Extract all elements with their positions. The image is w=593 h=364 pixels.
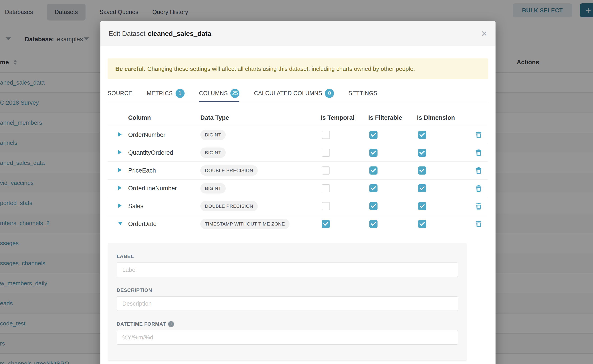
- expand-caret-icon[interactable]: [118, 150, 122, 155]
- tab-label: METRICS: [147, 90, 173, 97]
- warning-banner: Be careful. Changing these settings will…: [108, 58, 488, 79]
- is-temporal-checkbox[interactable]: [322, 131, 330, 139]
- expand-caret-icon[interactable]: [118, 132, 122, 137]
- tab-label: CALCULATED COLUMNS: [254, 90, 322, 97]
- column-header-is-filterable: Is Filterable: [368, 114, 417, 121]
- column-detail-panel: LABELDESCRIPTIONDATETIME FORMATi: [108, 243, 467, 360]
- warning-lead: Be careful.: [115, 65, 145, 72]
- field-label-datetime-format: DATETIME FORMATi: [117, 321, 458, 327]
- tab-count-badge: 1: [176, 89, 184, 98]
- data-type-pill: BIGINT: [200, 130, 226, 140]
- edit-dataset-modal: Edit Datasetcleaned_sales_data ✕ Be care…: [100, 21, 495, 364]
- tab-metrics[interactable]: METRICS1: [147, 84, 184, 102]
- column-header-column: Column: [128, 114, 200, 121]
- column-name: QuantityOrdered: [128, 149, 200, 156]
- is-filterable-checkbox[interactable]: [369, 202, 377, 210]
- expand-caret-icon[interactable]: [118, 168, 122, 172]
- columns-table: ColumnData TypeIs TemporalIs FilterableI…: [108, 110, 488, 233]
- column-name: OrderDate: [128, 221, 200, 228]
- column-row: QuantityOrderedBIGINT: [108, 144, 488, 162]
- field-heading: LABEL: [117, 254, 134, 259]
- delete-icon[interactable]: [475, 220, 482, 228]
- is-dimension-checkbox[interactable]: [418, 220, 426, 228]
- delete-icon[interactable]: [475, 131, 482, 139]
- collapse-caret-icon[interactable]: [118, 222, 123, 225]
- is-dimension-checkbox[interactable]: [418, 131, 426, 139]
- is-filterable-checkbox[interactable]: [369, 220, 377, 228]
- column-header-is-dimension: Is Dimension: [417, 114, 466, 121]
- is-temporal-checkbox[interactable]: [322, 202, 330, 210]
- column-row: OrderLineNumberBIGINT: [108, 180, 488, 197]
- column-name: Sales: [128, 203, 200, 210]
- tab-count-badge: 0: [325, 89, 334, 98]
- tab-settings[interactable]: SETTINGS: [348, 84, 377, 102]
- is-filterable-checkbox[interactable]: [369, 184, 377, 192]
- warning-text: Changing these settings will affect all …: [147, 65, 415, 72]
- is-temporal-checkbox[interactable]: [322, 184, 330, 192]
- is-dimension-checkbox[interactable]: [418, 202, 426, 210]
- is-temporal-checkbox[interactable]: [322, 220, 330, 228]
- data-type-pill: BIGINT: [200, 148, 226, 158]
- modal-title: Edit Datasetcleaned_sales_data: [109, 30, 211, 38]
- field-label: LABEL: [117, 254, 458, 277]
- modal-header: Edit Datasetcleaned_sales_data ✕: [100, 21, 495, 46]
- is-filterable-checkbox[interactable]: [369, 131, 377, 139]
- tab-label: COLUMNS: [199, 90, 228, 97]
- column-name: OrderNumber: [128, 131, 200, 138]
- field-datetime-format: DATETIME FORMATi: [117, 321, 458, 344]
- delete-icon[interactable]: [475, 149, 482, 156]
- modal-title-dataset-name: cleaned_sales_data: [148, 30, 211, 37]
- tab-source[interactable]: SOURCE: [108, 84, 132, 102]
- field-heading: DESCRIPTION: [117, 287, 152, 293]
- description-input[interactable]: [117, 296, 458, 311]
- data-type-pill: DOUBLE PRECISION: [200, 165, 258, 176]
- field-heading: DATETIME FORMAT: [117, 321, 166, 327]
- column-name: PriceEach: [128, 167, 200, 174]
- modal-title-prefix: Edit Dataset: [109, 30, 145, 37]
- column-header-data-type: Data Type: [200, 114, 321, 121]
- field-description: DESCRIPTION: [117, 287, 458, 311]
- column-name: OrderLineNumber: [128, 185, 200, 192]
- data-type-pill: BIGINT: [200, 183, 226, 194]
- tab-count-badge: 25: [231, 89, 239, 98]
- is-dimension-checkbox[interactable]: [418, 149, 426, 157]
- data-type-pill: DOUBLE PRECISION: [200, 201, 258, 211]
- close-icon[interactable]: ✕: [481, 30, 488, 38]
- is-filterable-checkbox[interactable]: [369, 166, 377, 175]
- tab-label: SOURCE: [108, 90, 132, 97]
- is-temporal-checkbox[interactable]: [322, 166, 330, 175]
- delete-icon[interactable]: [475, 167, 482, 174]
- modal-body: Be careful. Changing these settings will…: [100, 46, 495, 360]
- delete-icon[interactable]: [475, 185, 482, 192]
- is-dimension-checkbox[interactable]: [418, 166, 426, 175]
- field-label-description: DESCRIPTION: [117, 287, 458, 293]
- is-filterable-checkbox[interactable]: [369, 149, 377, 157]
- datetime-format-input[interactable]: [117, 330, 458, 344]
- data-type-pill: TIMESTAMP WITHOUT TIME ZONE: [200, 219, 290, 229]
- label-input[interactable]: [117, 262, 458, 277]
- tab-label: SETTINGS: [348, 90, 377, 97]
- tab-columns[interactable]: COLUMNS25: [199, 84, 240, 102]
- delete-icon[interactable]: [475, 202, 482, 210]
- column-header-is-temporal: Is Temporal: [321, 114, 368, 121]
- expand-caret-icon[interactable]: [118, 203, 122, 208]
- is-temporal-checkbox[interactable]: [322, 149, 330, 157]
- column-row: PriceEachDOUBLE PRECISION: [108, 162, 488, 180]
- columns-table-header: ColumnData TypeIs TemporalIs FilterableI…: [108, 110, 488, 126]
- is-dimension-checkbox[interactable]: [418, 184, 426, 192]
- info-icon[interactable]: i: [168, 321, 174, 327]
- column-row: SalesDOUBLE PRECISION: [108, 197, 488, 215]
- column-row: OrderNumberBIGINT: [108, 126, 488, 144]
- expand-caret-icon[interactable]: [118, 186, 122, 190]
- tab-calculated-columns[interactable]: CALCULATED COLUMNS0: [254, 84, 334, 102]
- modal-tabs: SOURCEMETRICS1COLUMNS25CALCULATED COLUMN…: [108, 84, 488, 102]
- column-row: OrderDateTIMESTAMP WITHOUT TIME ZONE: [108, 215, 488, 233]
- field-label-label: LABEL: [117, 254, 458, 259]
